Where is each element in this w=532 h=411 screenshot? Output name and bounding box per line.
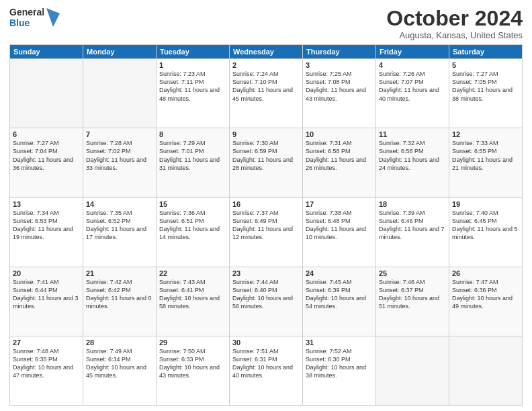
- header: General Blue October 2024 Augusta, Kansa…: [9, 7, 523, 40]
- calendar-week-row: 1Sunrise: 7:23 AMSunset: 7:11 PMDaylight…: [10, 59, 523, 128]
- calendar-week-row: 13Sunrise: 7:34 AMSunset: 6:53 PMDayligh…: [10, 197, 523, 267]
- table-row: 1Sunrise: 7:23 AMSunset: 7:11 PMDaylight…: [157, 59, 230, 128]
- title-block: October 2024 Augusta, Kansas, United Sta…: [386, 7, 523, 40]
- table-row: 21Sunrise: 7:42 AMSunset: 6:42 PMDayligh…: [83, 267, 157, 336]
- table-row: [10, 59, 83, 128]
- table-row: 7Sunrise: 7:28 AMSunset: 7:02 PMDaylight…: [83, 128, 157, 197]
- table-row: 10Sunrise: 7:31 AMSunset: 6:58 PMDayligh…: [303, 128, 376, 197]
- day-number: 3: [306, 61, 373, 69]
- calendar-week-row: 20Sunrise: 7:41 AMSunset: 6:44 PMDayligh…: [10, 267, 523, 336]
- day-number: 13: [13, 200, 80, 208]
- day-number: 21: [86, 269, 153, 277]
- day-info: Sunrise: 7:46 AMSunset: 6:37 PMDaylight:…: [379, 278, 446, 311]
- table-row: 8Sunrise: 7:29 AMSunset: 7:01 PMDaylight…: [157, 128, 230, 197]
- table-row: 11Sunrise: 7:32 AMSunset: 6:56 PMDayligh…: [376, 128, 449, 197]
- day-number: 1: [159, 61, 226, 69]
- col-tuesday: Tuesday: [157, 45, 230, 59]
- day-number: 20: [13, 269, 80, 277]
- day-info: Sunrise: 7:37 AMSunset: 6:49 PMDaylight:…: [232, 209, 300, 242]
- table-row: 18Sunrise: 7:39 AMSunset: 6:46 PMDayligh…: [376, 197, 449, 267]
- calendar-week-row: 27Sunrise: 7:48 AMSunset: 6:35 PMDayligh…: [10, 336, 523, 405]
- page-container: General Blue October 2024 Augusta, Kansa…: [0, 0, 532, 411]
- day-number: 26: [452, 269, 519, 277]
- day-info: Sunrise: 7:36 AMSunset: 6:51 PMDaylight:…: [159, 209, 226, 242]
- svg-marker-0: [46, 8, 60, 27]
- day-info: Sunrise: 7:23 AMSunset: 7:11 PMDaylight:…: [159, 70, 226, 103]
- day-info: Sunrise: 7:48 AMSunset: 6:35 PMDaylight:…: [13, 347, 80, 380]
- table-row: 25Sunrise: 7:46 AMSunset: 6:37 PMDayligh…: [376, 267, 449, 336]
- col-wednesday: Wednesday: [230, 45, 303, 59]
- calendar-week-row: 6Sunrise: 7:27 AMSunset: 7:04 PMDaylight…: [10, 128, 523, 197]
- day-number: 16: [232, 200, 300, 208]
- table-row: 5Sunrise: 7:27 AMSunset: 7:05 PMDaylight…: [449, 59, 523, 128]
- day-number: 15: [159, 200, 226, 208]
- day-number: 31: [306, 338, 373, 347]
- table-row: 27Sunrise: 7:48 AMSunset: 6:35 PMDayligh…: [10, 336, 83, 405]
- table-row: [83, 59, 157, 128]
- day-info: Sunrise: 7:28 AMSunset: 7:02 PMDaylight:…: [86, 139, 153, 172]
- col-saturday: Saturday: [449, 45, 523, 59]
- day-info: Sunrise: 7:39 AMSunset: 6:46 PMDaylight:…: [379, 209, 446, 242]
- table-row: 26Sunrise: 7:47 AMSunset: 6:36 PMDayligh…: [449, 267, 523, 336]
- day-info: Sunrise: 7:29 AMSunset: 7:01 PMDaylight:…: [159, 139, 226, 172]
- location: Augusta, Kansas, United States: [386, 30, 523, 40]
- calendar-header-row: Sunday Monday Tuesday Wednesday Thursday…: [10, 45, 523, 59]
- table-row: 24Sunrise: 7:45 AMSunset: 6:39 PMDayligh…: [303, 267, 376, 336]
- day-number: 7: [86, 130, 153, 138]
- col-sunday: Sunday: [10, 45, 83, 59]
- day-info: Sunrise: 7:38 AMSunset: 6:48 PMDaylight:…: [306, 209, 373, 242]
- day-number: 27: [13, 338, 80, 347]
- day-info: Sunrise: 7:27 AMSunset: 7:04 PMDaylight:…: [13, 139, 80, 172]
- table-row: [376, 336, 449, 405]
- day-number: 8: [159, 130, 226, 138]
- table-row: 30Sunrise: 7:51 AMSunset: 6:31 PMDayligh…: [230, 336, 303, 405]
- table-row: 29Sunrise: 7:50 AMSunset: 6:33 PMDayligh…: [157, 336, 230, 405]
- day-info: Sunrise: 7:31 AMSunset: 6:58 PMDaylight:…: [306, 139, 373, 172]
- day-number: 9: [232, 130, 300, 138]
- table-row: 9Sunrise: 7:30 AMSunset: 6:59 PMDaylight…: [230, 128, 303, 197]
- day-number: 12: [452, 130, 519, 138]
- day-number: 2: [232, 61, 300, 69]
- day-info: Sunrise: 7:44 AMSunset: 6:40 PMDaylight:…: [232, 278, 300, 311]
- table-row: 16Sunrise: 7:37 AMSunset: 6:49 PMDayligh…: [230, 197, 303, 267]
- day-number: 24: [306, 269, 373, 277]
- month-title: October 2024: [386, 7, 523, 30]
- table-row: 2Sunrise: 7:24 AMSunset: 7:10 PMDaylight…: [230, 59, 303, 128]
- day-number: 10: [306, 130, 373, 138]
- table-row: 22Sunrise: 7:43 AMSunset: 6:41 PMDayligh…: [157, 267, 230, 336]
- table-row: 28Sunrise: 7:49 AMSunset: 6:34 PMDayligh…: [83, 336, 157, 405]
- col-thursday: Thursday: [303, 45, 376, 59]
- day-info: Sunrise: 7:35 AMSunset: 6:52 PMDaylight:…: [86, 209, 153, 242]
- logo-bird-icon: [46, 8, 60, 27]
- day-info: Sunrise: 7:47 AMSunset: 6:36 PMDaylight:…: [452, 278, 519, 311]
- day-info: Sunrise: 7:24 AMSunset: 7:10 PMDaylight:…: [232, 70, 300, 103]
- day-number: 6: [13, 130, 80, 138]
- day-info: Sunrise: 7:42 AMSunset: 6:42 PMDaylight:…: [86, 278, 153, 311]
- day-number: 22: [159, 269, 226, 277]
- table-row: 3Sunrise: 7:25 AMSunset: 7:08 PMDaylight…: [303, 59, 376, 128]
- day-info: Sunrise: 7:41 AMSunset: 6:44 PMDaylight:…: [13, 278, 80, 311]
- table-row: 4Sunrise: 7:26 AMSunset: 7:07 PMDaylight…: [376, 59, 449, 128]
- day-number: 19: [452, 200, 519, 208]
- table-row: 6Sunrise: 7:27 AMSunset: 7:04 PMDaylight…: [10, 128, 83, 197]
- day-number: 29: [159, 338, 226, 347]
- day-info: Sunrise: 7:32 AMSunset: 6:56 PMDaylight:…: [379, 139, 446, 172]
- day-number: 14: [86, 200, 153, 208]
- table-row: 13Sunrise: 7:34 AMSunset: 6:53 PMDayligh…: [10, 197, 83, 267]
- day-number: 28: [86, 338, 153, 347]
- day-info: Sunrise: 7:40 AMSunset: 6:45 PMDaylight:…: [452, 209, 519, 242]
- table-row: [449, 336, 523, 405]
- day-info: Sunrise: 7:27 AMSunset: 7:05 PMDaylight:…: [452, 70, 519, 103]
- day-info: Sunrise: 7:34 AMSunset: 6:53 PMDaylight:…: [13, 209, 80, 242]
- day-number: 23: [232, 269, 300, 277]
- table-row: 17Sunrise: 7:38 AMSunset: 6:48 PMDayligh…: [303, 197, 376, 267]
- table-row: 14Sunrise: 7:35 AMSunset: 6:52 PMDayligh…: [83, 197, 157, 267]
- table-row: 15Sunrise: 7:36 AMSunset: 6:51 PMDayligh…: [157, 197, 230, 267]
- day-number: 30: [232, 338, 300, 347]
- day-info: Sunrise: 7:49 AMSunset: 6:34 PMDaylight:…: [86, 347, 153, 380]
- table-row: 23Sunrise: 7:44 AMSunset: 6:40 PMDayligh…: [230, 267, 303, 336]
- day-info: Sunrise: 7:30 AMSunset: 6:59 PMDaylight:…: [232, 139, 300, 172]
- day-number: 17: [306, 200, 373, 208]
- day-number: 18: [379, 200, 446, 208]
- day-info: Sunrise: 7:33 AMSunset: 6:55 PMDaylight:…: [452, 139, 519, 172]
